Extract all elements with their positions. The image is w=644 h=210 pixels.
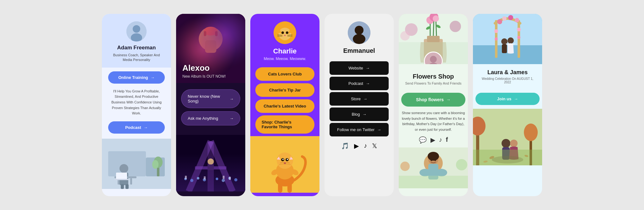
svg-rect-117 bbox=[502, 44, 507, 53]
ask-anything-button[interactable]: Ask me Anything → bbox=[181, 111, 240, 125]
svg-rect-44 bbox=[223, 176, 225, 179]
online-training-button[interactable]: Online Training → bbox=[108, 71, 165, 84]
charlie-name: Charlie bbox=[273, 47, 297, 55]
emmanuel-name: Emmanuel bbox=[343, 47, 375, 54]
svg-rect-25 bbox=[204, 31, 206, 36]
svg-point-37 bbox=[203, 178, 206, 181]
svg-point-24 bbox=[204, 27, 218, 36]
card-adam-header: Adam Freeman Business Coach, Speaker And… bbox=[102, 14, 171, 68]
svg-rect-106 bbox=[399, 176, 468, 188]
spotify-icon[interactable]: 🎵 bbox=[341, 142, 349, 150]
svg-point-112 bbox=[497, 19, 502, 24]
website-button[interactable]: Website → bbox=[330, 61, 389, 75]
svg-point-35 bbox=[190, 179, 193, 182]
laura-top-image bbox=[473, 14, 542, 64]
svg-rect-43 bbox=[204, 176, 206, 180]
svg-point-34 bbox=[184, 178, 187, 180]
whatsapp-icon[interactable]: 💬 bbox=[419, 136, 427, 144]
svg-point-85 bbox=[433, 15, 439, 22]
svg-point-101 bbox=[428, 152, 439, 161]
charlie-subtitle: Meow. Meeow. Meowww. bbox=[264, 57, 306, 61]
svg-rect-31 bbox=[195, 166, 226, 169]
store-button[interactable]: Store → bbox=[330, 92, 389, 106]
svg-rect-8 bbox=[121, 184, 124, 189]
svg-point-103 bbox=[436, 169, 447, 176]
svg-point-38 bbox=[216, 178, 218, 180]
svg-rect-61 bbox=[287, 183, 292, 193]
svg-point-51 bbox=[286, 31, 288, 34]
svg-point-90 bbox=[450, 21, 461, 32]
adam-description: I'll Help You Grow A Profitable, Streaml… bbox=[102, 84, 171, 121]
podcast-button-emmanuel[interactable]: Podcast → bbox=[330, 77, 389, 90]
follow-twitter-button[interactable]: Follow me on Twitter → bbox=[330, 123, 389, 136]
youtube-icon-flowers[interactable]: ▶ bbox=[430, 136, 435, 144]
tiktok-icon-flowers[interactable]: ♪ bbox=[439, 136, 442, 144]
latest-video-button[interactable]: Charlie's Latest Video bbox=[255, 99, 314, 113]
flowers-name: Flowers Shop bbox=[404, 73, 463, 80]
tiktok-icon[interactable]: ♪ bbox=[364, 142, 367, 150]
never-know-button[interactable]: Never know (New Song) → bbox=[181, 89, 240, 108]
charlie-header: Charlie Meow. Meeow. Meowww. bbox=[250, 14, 319, 65]
svg-point-64 bbox=[277, 152, 293, 169]
cats-club-button[interactable]: Cats Lovers Club bbox=[255, 67, 314, 81]
alexoo-bg-image: Alexoo New Album Is OUT NOW! bbox=[176, 14, 245, 83]
svg-point-41 bbox=[234, 178, 237, 181]
svg-point-1 bbox=[133, 25, 140, 33]
adam-bottom-image bbox=[102, 139, 171, 189]
emmanuel-avatar bbox=[348, 21, 370, 44]
twitter-icon[interactable]: 𝕏 bbox=[372, 142, 377, 150]
card-adam: Adam Freeman Business Coach, Speaker And… bbox=[102, 14, 171, 196]
svg-point-113 bbox=[502, 16, 507, 21]
svg-point-128 bbox=[502, 139, 510, 148]
svg-rect-9 bbox=[125, 184, 129, 189]
join-us-button[interactable]: Join us → bbox=[475, 93, 540, 105]
svg-point-32 bbox=[208, 158, 214, 165]
svg-point-122 bbox=[517, 36, 520, 39]
svg-point-22 bbox=[205, 30, 216, 41]
svg-point-50 bbox=[281, 31, 284, 34]
emmanuel-header: Emmanuel bbox=[325, 14, 394, 59]
card-alexoo: Alexoo New Album Is OUT NOW! Never know … bbox=[176, 14, 245, 196]
svg-line-53 bbox=[277, 35, 282, 35]
svg-point-102 bbox=[419, 169, 431, 176]
svg-rect-60 bbox=[278, 183, 282, 193]
laura-bottom-image bbox=[473, 109, 542, 165]
svg-point-39 bbox=[222, 179, 225, 182]
shop-favorites-button[interactable]: Shop: Charlie's Favorite Things bbox=[255, 115, 314, 134]
blog-button[interactable]: Blog → bbox=[330, 108, 389, 121]
alexoo-tagline: New Album Is OUT NOW! bbox=[182, 74, 226, 79]
youtube-icon[interactable]: ▶ bbox=[354, 142, 359, 150]
svg-rect-12 bbox=[130, 178, 132, 185]
flowers-description: Show someone you care with a blooming lo… bbox=[399, 110, 468, 136]
svg-point-119 bbox=[494, 29, 498, 33]
svg-point-114 bbox=[508, 15, 513, 20]
flowers-bottom-image bbox=[399, 147, 468, 188]
laura-content: Laura & James Wedding Celebration On AUG… bbox=[473, 64, 542, 93]
svg-point-21 bbox=[199, 27, 223, 51]
podcast-button[interactable]: Podcast → bbox=[108, 121, 165, 134]
svg-rect-79 bbox=[427, 36, 440, 42]
svg-point-104 bbox=[400, 162, 410, 171]
flowers-top-image bbox=[399, 14, 468, 64]
svg-point-91 bbox=[400, 31, 410, 41]
facebook-icon[interactable]: f bbox=[446, 136, 448, 144]
svg-rect-45 bbox=[229, 177, 231, 180]
charlie-avatar bbox=[274, 21, 296, 44]
card-flowers: Flowers Shop Send Flowers To Family And … bbox=[399, 14, 468, 196]
charlie-cat-image bbox=[250, 136, 319, 193]
adam-subtitle: Business Coach, Speaker And Media Person… bbox=[108, 53, 165, 63]
card-laura: Laura & James Wedding Celebration On AUG… bbox=[473, 14, 542, 196]
tip-jar-button[interactable]: Charlie's Tip Jar bbox=[255, 83, 314, 97]
shop-flowers-button[interactable]: Shop flowers → bbox=[401, 93, 465, 107]
svg-line-55 bbox=[287, 35, 292, 35]
svg-rect-42 bbox=[185, 176, 187, 179]
laura-name: Laura & James bbox=[478, 69, 537, 76]
cards-grid: Adam Freeman Business Coach, Speaker And… bbox=[102, 14, 542, 196]
svg-point-121 bbox=[495, 37, 498, 41]
flowers-content: Flowers Shop Send Flowers To Family And … bbox=[399, 64, 468, 93]
svg-point-17 bbox=[152, 160, 158, 169]
svg-point-72 bbox=[287, 159, 288, 160]
svg-rect-14 bbox=[114, 179, 129, 180]
svg-rect-33 bbox=[208, 164, 214, 170]
laura-subtitle: Wedding Celebration On AUGUST 1, 2022 bbox=[478, 77, 537, 84]
